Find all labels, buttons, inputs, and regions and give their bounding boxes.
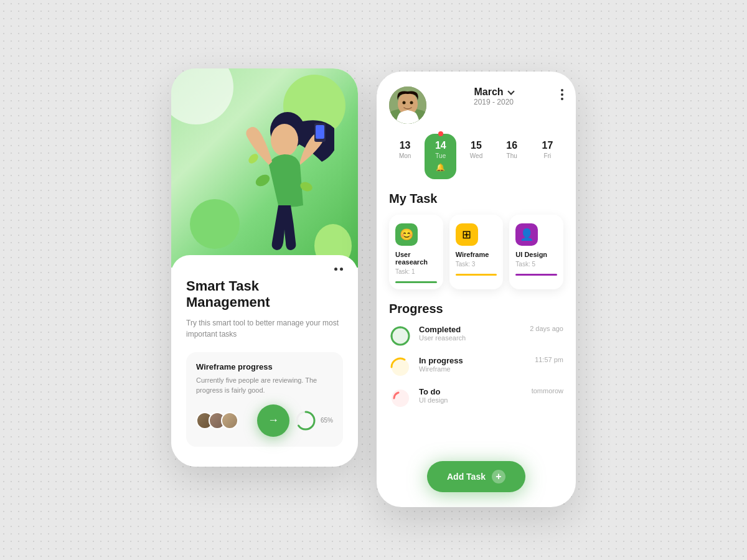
task-icon-wireframe: ⊞ bbox=[456, 223, 478, 246]
my-task-title: My Task bbox=[389, 192, 563, 206]
dot-2 bbox=[340, 268, 343, 271]
svg-point-13 bbox=[410, 101, 413, 105]
user-avatar[interactable] bbox=[389, 86, 426, 124]
progress-circle: 65% bbox=[294, 409, 333, 432]
completed-time: 2 days ago bbox=[530, 325, 563, 332]
todo-info: To do UI design bbox=[419, 387, 524, 404]
add-task-label: Add Task bbox=[447, 472, 486, 482]
task-icon-ui: 👤 bbox=[515, 223, 538, 246]
svg-point-4 bbox=[254, 172, 272, 189]
arrow-button[interactable]: → bbox=[257, 404, 289, 437]
blob-1 bbox=[171, 68, 233, 124]
inprogress-time: 11:57 pm bbox=[535, 356, 563, 363]
completed-sub: User reasearch bbox=[419, 334, 522, 342]
todo-sub: UI design bbox=[419, 396, 524, 404]
todo-icon bbox=[389, 387, 411, 409]
dot-v-2 bbox=[561, 93, 563, 96]
bell-icon: 🔔 bbox=[436, 163, 445, 172]
more-options-button[interactable] bbox=[561, 86, 563, 100]
inprogress-status: In progress bbox=[419, 356, 527, 365]
progress-item-completed: Completed User reasearch 2 days ago bbox=[389, 325, 563, 347]
cal-day-num-15: 15 bbox=[471, 140, 482, 151]
task-name-ui: UI Design bbox=[515, 251, 557, 258]
inprogress-sub: Wireframe bbox=[419, 365, 527, 373]
todo-time: tommorow bbox=[532, 387, 563, 394]
chevron-down-icon[interactable] bbox=[507, 88, 514, 95]
completed-info: Completed User reasearch bbox=[419, 325, 522, 342]
cal-day-17[interactable]: 17 Fri bbox=[532, 134, 563, 179]
dot-v-3 bbox=[561, 98, 563, 100]
task-name-research: User reasearch bbox=[395, 251, 437, 266]
task-bar-research bbox=[395, 281, 437, 283]
left-phone: Smart Task Management Try this smart too… bbox=[171, 68, 358, 467]
task-card-user-research[interactable]: 😊 User reasearch Task: 1 bbox=[389, 215, 443, 289]
blob-3 bbox=[190, 199, 240, 249]
progress-title: Progress bbox=[389, 302, 563, 316]
calendar-strip: 13 Mon 14 Tue 🔔 15 Wed 16 Thu 17 Fri bbox=[389, 134, 563, 179]
task-icon-research: 😊 bbox=[395, 223, 418, 246]
progress-card-desc: Currently five people are reviewing. The… bbox=[196, 375, 333, 396]
dot-1 bbox=[334, 268, 337, 271]
app-subtitle: Try this smart tool to better manage you… bbox=[186, 317, 343, 340]
add-task-button[interactable]: Add Task + bbox=[427, 461, 525, 492]
task-bar-wireframe bbox=[456, 274, 497, 276]
cal-day-num-16: 16 bbox=[506, 140, 517, 151]
dot-v-1 bbox=[561, 89, 563, 91]
dots-menu-left bbox=[186, 268, 343, 271]
cal-day-num-14: 14 bbox=[435, 140, 446, 151]
cal-day-16[interactable]: 16 Thu bbox=[496, 134, 528, 179]
add-task-plus-icon: + bbox=[492, 470, 505, 483]
task-count-wireframe: Task: 3 bbox=[456, 261, 497, 268]
cal-day-name-16: Thu bbox=[507, 152, 517, 159]
cal-day-name-13: Mon bbox=[399, 152, 411, 159]
cal-day-15[interactable]: 15 Wed bbox=[460, 134, 492, 179]
task-card-wireframe[interactable]: ⊞ Wireframe Task: 3 bbox=[449, 215, 504, 289]
person-illustration bbox=[235, 106, 334, 255]
task-count-research: Task: 1 bbox=[395, 268, 437, 275]
cal-day-14[interactable]: 14 Tue 🔔 bbox=[425, 134, 456, 179]
cal-day-name-15: Wed bbox=[470, 152, 482, 159]
right-header: March 2019 - 2020 bbox=[389, 86, 563, 124]
left-phone-content: Smart Task Management Try this smart too… bbox=[171, 255, 358, 467]
cal-day-num-17: 17 bbox=[542, 140, 553, 151]
header-center: March 2019 - 2020 bbox=[426, 86, 561, 106]
progress-card-title: Wireframe progress bbox=[196, 362, 333, 371]
progress-item-inprogress: In progress Wireframe 11:57 pm bbox=[389, 356, 563, 378]
task-card-ui-design[interactable]: 👤 UI Design Task: 5 bbox=[509, 215, 563, 289]
cal-day-13[interactable]: 13 Mon bbox=[389, 134, 421, 179]
completed-status: Completed bbox=[419, 325, 522, 334]
task-cards: 😊 User reasearch Task: 1 ⊞ Wireframe Tas… bbox=[389, 215, 563, 289]
avatar-stack bbox=[196, 412, 233, 429]
progress-percentage: 65% bbox=[321, 417, 333, 424]
svg-rect-3 bbox=[316, 125, 324, 139]
svg-point-1 bbox=[271, 124, 298, 156]
progress-card-footer: → 65% bbox=[196, 404, 333, 437]
svg-point-12 bbox=[403, 101, 406, 105]
task-bar-ui bbox=[515, 274, 557, 276]
completed-icon bbox=[389, 325, 411, 347]
cal-day-name-17: Fri bbox=[544, 152, 552, 159]
app-title: Smart Task Management bbox=[186, 278, 343, 311]
svg-point-6 bbox=[247, 152, 260, 165]
cal-day-num-13: 13 bbox=[400, 140, 411, 151]
hero-illustration bbox=[171, 68, 358, 268]
todo-status: To do bbox=[419, 387, 524, 396]
task-count-ui: Task: 5 bbox=[515, 261, 557, 268]
avatar-3 bbox=[221, 412, 238, 429]
progress-item-todo: To do UI design tommorow bbox=[389, 387, 563, 409]
inprogress-info: In progress Wireframe bbox=[419, 356, 527, 373]
wireframe-progress-card: Wireframe progress Currently five people… bbox=[186, 352, 343, 447]
cal-day-name-14: Tue bbox=[435, 152, 446, 159]
task-name-wireframe: Wireframe bbox=[456, 251, 497, 258]
inprogress-icon bbox=[389, 356, 411, 378]
month-label: March bbox=[426, 86, 561, 98]
progress-items: Completed User reasearch 2 days ago In p… bbox=[389, 325, 563, 409]
year-range-label: 2019 - 2020 bbox=[426, 98, 561, 106]
right-phone: March 2019 - 2020 13 Mon 14 Tue 🔔 15 Wed bbox=[377, 72, 576, 507]
